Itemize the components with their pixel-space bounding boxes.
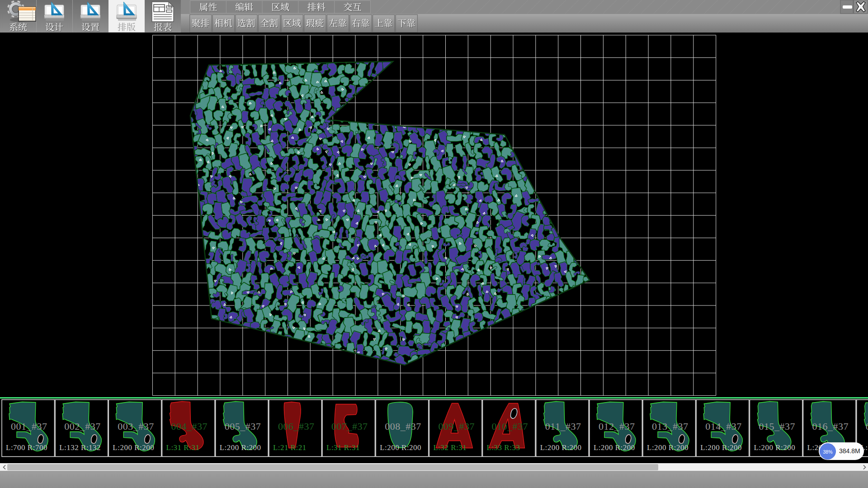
svg-text:002_#37: 002_#37 [64,421,101,432]
svg-text:L:200 R:200: L:200 R:200 [220,443,261,452]
svg-text:L:31 R:31: L:31 R:31 [166,443,200,452]
svg-text:016_#37: 016_#37 [812,421,849,432]
svg-text:L:32 R:31: L:32 R:31 [433,443,467,452]
svg-text:008_#37: 008_#37 [385,421,421,432]
svg-text:L:31 R:31: L:31 R:31 [326,443,360,452]
svg-text:007_#37: 007_#37 [331,421,368,432]
svg-text:L:700 R:700: L:700 R:700 [6,443,47,452]
svg-text:003_#37: 003_#37 [118,421,154,432]
svg-text:L:33 R:33: L:33 R:33 [487,443,520,452]
svg-text:012_#37: 012_#37 [599,421,635,432]
svg-text:006_#37: 006_#37 [278,421,315,432]
svg-text:014_#37: 014_#37 [705,421,742,432]
svg-text:005_#37: 005_#37 [225,421,261,432]
svg-text:L:200 R:200: L:200 R:200 [700,443,742,452]
svg-text:017_#37: 017_#37 [866,421,868,432]
svg-text:L:200 R:200: L:200 R:200 [647,443,689,452]
svg-text:015_#37: 015_#37 [759,421,795,432]
svg-text:L:200 R:200: L:200 R:200 [113,443,154,452]
svg-text:L:21 R:21: L:21 R:21 [273,443,307,452]
svg-text:L:132 R:132: L:132 R:132 [59,443,101,452]
svg-text:L:200 R:200: L:200 R:200 [540,443,582,452]
svg-text:L:200 R:200: L:200 R:200 [754,443,795,452]
svg-text:L:200 R:200: L:200 R:200 [380,443,421,452]
svg-text:004_#37: 004_#37 [171,421,208,432]
svg-text:009_#37: 009_#37 [438,421,475,432]
svg-text:001_#37: 001_#37 [11,421,47,432]
svg-text:L:200 R:200: L:200 R:200 [594,443,635,452]
svg-text:011_#37: 011_#37 [545,421,581,432]
svg-text:013_#37: 013_#37 [652,421,689,432]
svg-text:010_#37: 010_#37 [492,421,528,432]
